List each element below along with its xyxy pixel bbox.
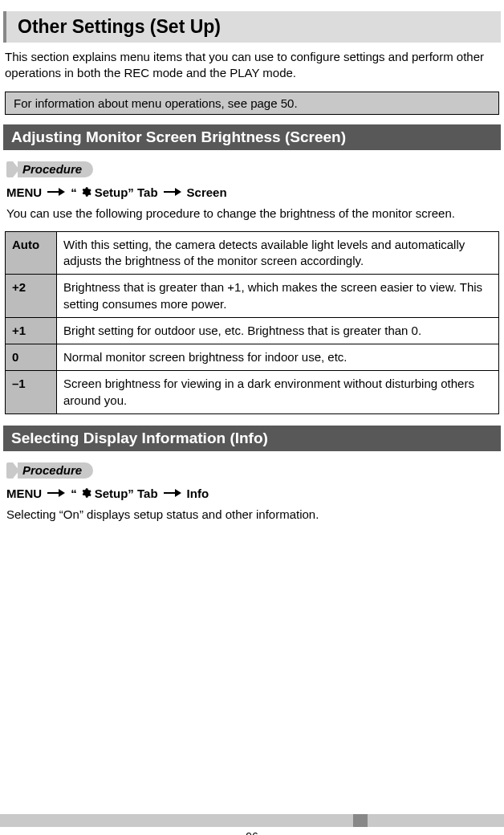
path-menu: MENU [6,185,42,199]
table-cell-desc: Bright setting for outdoor use, etc. Bri… [57,317,499,344]
arrow-icon [47,489,65,497]
path-tab-pre: “ [71,185,77,199]
info-box: For information about menu operations, s… [5,92,499,115]
arrow-icon [164,489,181,497]
table-cell-desc: Normal monitor screen brightness for ind… [57,344,499,371]
path-tab-post: Setup” Tab [95,487,158,500]
page-number: 96 [246,830,258,835]
menu-path-info: MENU “ Setup” Tab Info [0,483,504,505]
page-footer: 96 Other Settings (Set Up) [0,814,504,835]
table-cell-desc: Screen brightness for viewing in a dark … [57,371,499,414]
menu-path-screen: MENU “ Setup” Tab Screen [0,182,504,204]
section-body-info: Selecting “On” displays setup status and… [0,505,504,531]
table-cell-label: +2 [6,275,57,318]
intro-text: This section explains menu items that yo… [0,46,504,87]
arrow-icon [164,188,181,196]
table-row: Auto With this setting, the camera detec… [6,231,499,275]
procedure-label: Procedure [6,462,93,479]
procedure-label-text: Procedure [18,462,93,479]
path-tab-post: Setup” Tab [95,185,158,199]
section-header-info: Selecting Display Information (Info) [3,426,501,451]
table-row: +1 Bright setting for outdoor use, etc. … [6,317,499,344]
table-cell-desc: Brightness that is greater than +1, whic… [57,275,499,318]
table-row: –1 Screen brightness for viewing in a da… [6,371,499,414]
table-cell-desc: With this setting, the camera detects av… [57,231,499,275]
path-menu: MENU [6,487,42,500]
path-target: Info [187,487,209,500]
arrow-icon [47,188,65,196]
section-body-screen: You can use the following procedure to c… [0,204,504,230]
section-header-screen: Adjusting Monitor Screen Brightness (Scr… [3,124,501,150]
procedure-label-text: Procedure [18,161,93,177]
table-cell-label: +1 [6,317,57,344]
path-target: Screen [187,185,227,199]
gear-icon [80,186,91,198]
chapter-title: Other Settings (Set Up) [3,11,501,43]
procedure-label: Procedure [6,161,93,177]
table-cell-label: 0 [6,344,57,371]
brightness-table: Auto With this setting, the camera detec… [5,231,499,414]
path-tab-pre: “ [71,487,77,500]
table-cell-label: –1 [6,371,57,414]
table-row: 0 Normal monitor screen brightness for i… [6,344,499,371]
table-cell-label: Auto [6,231,57,275]
table-row: +2 Brightness that is greater than +1, w… [6,275,499,318]
gear-icon [80,487,91,499]
